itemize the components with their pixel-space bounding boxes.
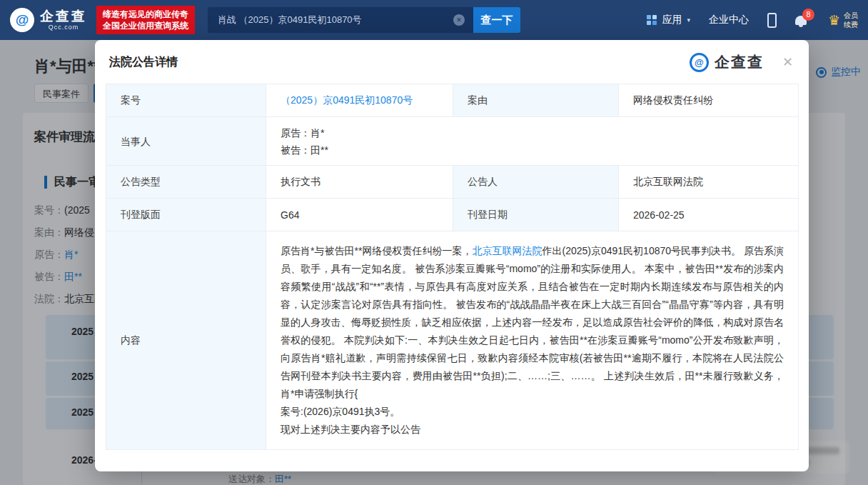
notifications-bell[interactable]: 8 xyxy=(795,16,807,25)
qcc-logo-text: 企查查 Qcc.com xyxy=(40,9,87,31)
top-nav: @ 企查查 Qcc.com 缔造有远见的商业传奇 全国企业信用查询系统 ✕ 查一… xyxy=(0,0,868,40)
publish-date-value: 2026-02-25 xyxy=(619,199,799,231)
content-text: 作出(2025)京0491民初10870号民事判决书。 原告系演员、歌手，具有一… xyxy=(281,245,784,399)
content-closing-line: 现对上述判决主要内容予以公告 xyxy=(281,421,784,439)
vip-line-1: 会员 xyxy=(844,11,858,20)
announcement-type-value: 执行文书 xyxy=(266,166,453,199)
mobile-app-icon[interactable] xyxy=(767,13,777,28)
announcement-type-label: 公告类型 xyxy=(106,166,266,199)
modal-header: 法院公告详情 @ 企查查 ✕ xyxy=(95,40,809,79)
cause-value: 网络侵权责任纠纷 xyxy=(619,84,799,117)
vip-renew-label: 会员 续费 xyxy=(844,11,858,29)
table-row: 刊登版面 G64 刊登日期 2026-02-25 xyxy=(106,199,799,231)
search-input[interactable] xyxy=(208,7,473,33)
parties-defendant: 被告：田** xyxy=(281,141,784,159)
cause-label: 案由 xyxy=(453,84,619,117)
nav-right-group: 应用 ▾ 企业中心 8 ♛ 会员 续费 xyxy=(647,11,858,29)
search-bar: ✕ 查一下 xyxy=(208,7,520,33)
case-no-label: 案号 xyxy=(106,84,266,117)
table-row: 当事人 原告：肖* 被告：田** xyxy=(106,117,799,166)
court-link[interactable]: 北京互联网法院 xyxy=(472,245,542,256)
qcc-logo-domain: Qcc.com xyxy=(40,24,87,31)
qcc-brand-icon: @ xyxy=(690,53,709,72)
slogan-line-2: 全国企业信用查询系统 xyxy=(103,20,188,31)
slogan-line-1: 缔造有远见的商业传奇 xyxy=(103,9,188,20)
apps-grid-icon xyxy=(647,15,657,25)
table-row: 案号 （2025）京0491民初10870号 案由 网络侵权责任纠纷 xyxy=(106,84,799,117)
qcc-logo[interactable]: @ 企查查 Qcc.com xyxy=(10,8,87,32)
qcc-logo-name: 企查查 xyxy=(40,9,87,24)
modal-title: 法院公告详情 xyxy=(109,55,178,70)
qcc-logo-glyph: @ xyxy=(16,12,29,28)
app-window: @ 企查查 Qcc.com 缔造有远见的商业传奇 全国企业信用查询系统 ✕ 查一… xyxy=(0,0,868,485)
qcc-brand-name: 企查查 xyxy=(715,52,764,72)
content-exec-case-no: 案号:(2026)京0491执3号。 xyxy=(281,403,784,421)
vip-line-2: 续费 xyxy=(844,20,858,29)
qcc-logo-icon: @ xyxy=(10,8,34,32)
parties-plaintiff: 原告：肖* xyxy=(281,124,784,141)
content-cell: 原告肖*与被告田**网络侵权责任纠纷一案，北京互联网法院作出(2025)京049… xyxy=(266,231,799,450)
apps-menu-label: 应用 xyxy=(662,14,682,26)
close-icon[interactable]: ✕ xyxy=(782,56,793,69)
court-announcement-modal: 法院公告详情 @ 企查查 ✕ 案号 （2025）京0491民初10870号 案由… xyxy=(95,40,809,471)
enterprise-center-link[interactable]: 企业中心 xyxy=(709,14,749,26)
clear-search-icon[interactable]: ✕ xyxy=(453,14,465,26)
parties-label: 当事人 xyxy=(106,117,266,166)
crown-icon: ♛ xyxy=(828,14,840,27)
slogan-banner: 缔造有远见的商业传奇 全国企业信用查询系统 xyxy=(96,6,195,34)
case-no-cell: （2025）京0491民初10870号 xyxy=(266,84,453,117)
publish-page-label: 刊登版面 xyxy=(106,199,266,231)
vip-renew-button[interactable]: ♛ 会员 续费 xyxy=(828,11,858,29)
search-button[interactable]: 查一下 xyxy=(473,7,520,33)
qcc-brand: @ 企查查 xyxy=(690,52,764,72)
publish-date-label: 刊登日期 xyxy=(453,199,619,231)
notification-badge: 8 xyxy=(802,9,814,21)
announcer-label: 公告人 xyxy=(453,166,619,199)
apps-menu[interactable]: 应用 ▾ xyxy=(647,14,690,26)
content-label: 内容 xyxy=(106,231,266,450)
content-text: 原告肖*与被告田**网络侵权责任纠纷一案， xyxy=(281,245,472,256)
announcer-value: 北京互联网法院 xyxy=(619,166,799,199)
parties-cell: 原告：肖* 被告：田** xyxy=(266,117,799,166)
table-row: 公告类型 执行文书 公告人 北京互联网法院 xyxy=(106,166,799,199)
announcement-detail-table: 案号 （2025）京0491民初10870号 案由 网络侵权责任纠纷 当事人 原… xyxy=(106,84,799,450)
case-no-link[interactable]: （2025）京0491民初10870号 xyxy=(281,94,413,106)
table-row: 内容 原告肖*与被告田**网络侵权责任纠纷一案，北京互联网法院作出(2025)京… xyxy=(106,231,799,450)
chevron-down-icon: ▾ xyxy=(687,16,690,24)
publish-page-value: G64 xyxy=(266,199,453,231)
